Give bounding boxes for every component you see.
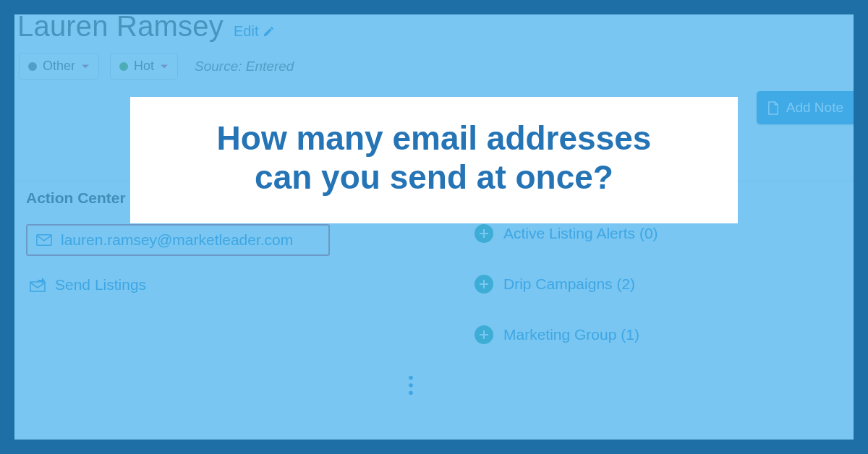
type-label: Other bbox=[43, 59, 75, 74]
plus-icon bbox=[475, 325, 493, 344]
tag-row: Other Hot Source: Entered bbox=[14, 53, 854, 80]
action-center-title: Action Center bbox=[26, 189, 126, 207]
question-line-1: How many email addresses bbox=[217, 119, 652, 157]
svg-rect-5 bbox=[480, 233, 488, 234]
svg-point-1 bbox=[409, 376, 413, 380]
svg-rect-0 bbox=[37, 235, 51, 246]
source-label: Source: Entered bbox=[195, 59, 294, 74]
plus-icon bbox=[475, 224, 493, 243]
email-button[interactable]: lauren.ramsey@marketleader.com bbox=[26, 224, 330, 256]
question-text: How many email addresses can you send at… bbox=[159, 119, 709, 197]
chevron-down-icon bbox=[160, 62, 169, 71]
question-overlay: How many email addresses can you send at… bbox=[130, 97, 738, 223]
dot-icon bbox=[119, 62, 128, 71]
add-note-button[interactable]: Add Note bbox=[757, 91, 854, 124]
content: Lauren Ramsey Edit Other Hot Source: E bbox=[14, 14, 854, 435]
edit-button[interactable]: Edit bbox=[234, 23, 275, 40]
send-listings-label: Send Listings bbox=[55, 276, 146, 294]
right-column: Active Listing Alerts (0) Drip Campaigns… bbox=[475, 224, 658, 376]
edit-label: Edit bbox=[234, 23, 258, 40]
app-inner: Lauren Ramsey Edit Other Hot Source: E bbox=[14, 14, 854, 440]
active-listing-alerts-button[interactable]: Active Listing Alerts (0) bbox=[475, 224, 658, 243]
status-label: Hot bbox=[134, 59, 154, 74]
svg-point-2 bbox=[409, 383, 413, 387]
send-listings-icon bbox=[29, 278, 46, 292]
dot-icon bbox=[28, 62, 37, 71]
pencil-icon bbox=[263, 25, 275, 38]
kebab-icon bbox=[408, 375, 414, 395]
item-label: Marketing Group (1) bbox=[503, 326, 639, 343]
contact-header: Lauren Ramsey Edit bbox=[14, 14, 854, 43]
envelope-icon bbox=[36, 234, 52, 247]
contact-name: Lauren Ramsey bbox=[17, 14, 224, 43]
email-text: lauren.ramsey@marketleader.com bbox=[61, 231, 293, 249]
type-dropdown[interactable]: Other bbox=[19, 53, 99, 80]
item-label: Active Listing Alerts (0) bbox=[503, 225, 658, 242]
item-label: Drip Campaigns (2) bbox=[503, 275, 635, 293]
more-menu[interactable] bbox=[408, 375, 414, 398]
marketing-group-button[interactable]: Marketing Group (1) bbox=[475, 325, 658, 344]
svg-rect-7 bbox=[480, 283, 488, 285]
send-listings-button[interactable]: Send Listings bbox=[26, 276, 417, 294]
svg-point-3 bbox=[409, 391, 413, 395]
left-column: lauren.ramsey@marketleader.com Send List… bbox=[26, 224, 417, 294]
plus-icon bbox=[475, 275, 493, 294]
status-dropdown[interactable]: Hot bbox=[110, 53, 178, 80]
question-line-2: can you send at once? bbox=[255, 158, 613, 196]
note-icon bbox=[767, 101, 779, 115]
svg-rect-9 bbox=[480, 334, 488, 335]
drip-campaigns-button[interactable]: Drip Campaigns (2) bbox=[475, 275, 658, 294]
chevron-down-icon bbox=[81, 62, 90, 71]
add-note-label: Add Note bbox=[786, 100, 843, 116]
app-frame: Lauren Ramsey Edit Other Hot Source: E bbox=[0, 0, 868, 454]
